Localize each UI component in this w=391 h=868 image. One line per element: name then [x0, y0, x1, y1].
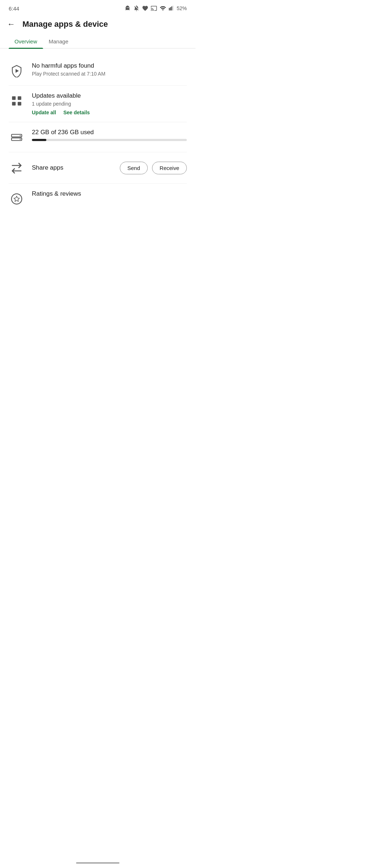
storage-bar-fill	[32, 139, 46, 141]
share-apps-icon	[10, 162, 23, 175]
tab-manage[interactable]: Manage	[43, 34, 74, 48]
see-details-link[interactable]: See details	[63, 110, 90, 115]
ghost-icon	[125, 5, 131, 12]
ratings-text: Ratings & reviews	[32, 190, 187, 199]
wifi-icon	[159, 5, 167, 12]
ratings-title: Ratings & reviews	[32, 190, 187, 197]
svg-point-11	[20, 135, 21, 136]
svg-marker-4	[16, 69, 19, 73]
share-apps-label: Share apps	[32, 164, 113, 171]
shield-play-icon	[10, 64, 23, 77]
svg-rect-0	[169, 8, 170, 10]
battery-text: 52%	[177, 5, 187, 11]
updates-icon-wrap	[9, 93, 25, 109]
page-title: Manage apps & device	[22, 20, 108, 29]
svg-point-12	[20, 139, 21, 140]
play-protect-subtitle: Play Protect scanned at 7:10 AM	[32, 71, 187, 77]
share-apps-icon-wrap	[9, 160, 25, 176]
send-button[interactable]: Send	[120, 162, 148, 174]
play-protect-title: No harmful apps found	[32, 62, 187, 69]
updates-subtitle: 1 update pending	[32, 101, 187, 107]
storage-section: 22 GB of 236 GB used	[0, 122, 196, 152]
ratings-section[interactable]: Ratings & reviews	[0, 184, 196, 213]
updates-section: Updates available 1 update pending Updat…	[0, 86, 196, 122]
status-icons: 52%	[125, 5, 187, 12]
svg-rect-3	[173, 6, 173, 10]
svg-point-13	[12, 194, 22, 204]
svg-rect-5	[12, 96, 16, 100]
tabs: Overview Manage	[0, 34, 196, 48]
storage-icon	[10, 131, 23, 144]
share-app-buttons: Send Receive	[120, 162, 187, 174]
svg-rect-8	[18, 102, 21, 106]
status-time: 6:44	[9, 5, 19, 12]
content-area: No harmful apps found Play Protect scann…	[0, 48, 196, 221]
svg-marker-14	[14, 196, 20, 201]
storage-text: 22 GB of 236 GB used	[32, 129, 187, 141]
receive-button[interactable]: Receive	[152, 162, 187, 174]
svg-rect-2	[171, 7, 172, 10]
top-bar: ← Manage apps & device	[0, 16, 196, 33]
star-circle-icon	[10, 192, 23, 205]
share-apps-section: Share apps Send Receive	[0, 152, 196, 183]
svg-rect-6	[18, 96, 21, 100]
notification-off-icon	[133, 5, 140, 12]
updates-text: Updates available 1 update pending Updat…	[32, 92, 187, 115]
apps-grid-icon	[10, 95, 23, 107]
storage-icon-wrap	[9, 129, 25, 145]
storage-title: 22 GB of 236 GB used	[32, 129, 187, 136]
play-protect-section: No harmful apps found Play Protect scann…	[0, 56, 196, 85]
back-button[interactable]: ←	[7, 20, 15, 29]
heart-icon	[142, 5, 148, 12]
svg-rect-1	[170, 7, 171, 10]
play-protect-icon-wrap	[9, 63, 25, 79]
storage-bar	[32, 139, 187, 141]
svg-rect-7	[12, 102, 16, 106]
screencast-icon	[151, 5, 157, 12]
tab-overview[interactable]: Overview	[9, 34, 43, 48]
ratings-icon-wrap	[9, 191, 25, 207]
signal-icon	[169, 5, 175, 12]
update-all-link[interactable]: Update all	[32, 110, 56, 115]
status-bar: 6:44 52%	[0, 0, 196, 16]
updates-actions: Update all See details	[32, 110, 187, 115]
updates-title: Updates available	[32, 92, 187, 99]
play-protect-text: No harmful apps found Play Protect scann…	[32, 62, 187, 77]
